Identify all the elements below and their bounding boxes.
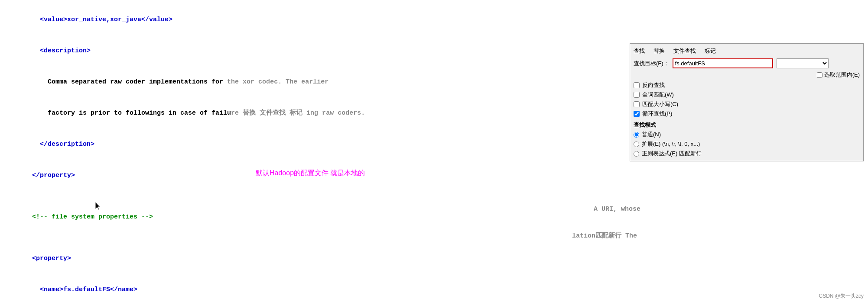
- main-content: <value>xor_native,xor_java</value> <desc…: [0, 0, 868, 302]
- checkbox-area: 反向查找 全词匹配(W) 匹配大小写(C) 循环查找(P): [634, 81, 860, 118]
- tab-find[interactable]: 查找: [634, 47, 645, 55]
- radio-extended-label: 扩展(E) (\n, \r, \t, 0, x...): [642, 140, 700, 148]
- annotation-label: 默认Hadoop的配置文件 就是本地的: [256, 169, 365, 178]
- radio-normal: 普通(N): [634, 131, 860, 138]
- code-line-7: [9, 191, 859, 202]
- desc-line3-strikethrough: the xor codec. The earlier: [227, 78, 328, 86]
- find-mode-label: 查找模式: [634, 121, 860, 129]
- tag-property-open: <property>: [32, 255, 71, 262]
- tab-file-find[interactable]: 文件查找: [673, 47, 696, 55]
- desc-line4-strikethrough: re 替换 文件查找 标记 ing raw coders.: [231, 109, 365, 117]
- range-checkbox[interactable]: [817, 72, 822, 78]
- range-checkbox-label: 选取范围内(E): [824, 71, 860, 79]
- radio-extended: 扩展(E) (\n, \r, \t, 0, x...): [634, 140, 860, 148]
- checkbox-reverse-label: 反向查找: [642, 81, 665, 89]
- desc-line4-main: factory is prior to followings in case o…: [32, 109, 231, 117]
- checkbox-loop-input[interactable]: [634, 111, 640, 117]
- code-line-11: <name>fs.defaultFS</name>: [9, 274, 859, 302]
- radio-normal-input[interactable]: [634, 132, 639, 138]
- overlay-text-2: lation匹配新行 The: [572, 231, 637, 240]
- checkbox-whole-word-label: 全词匹配(W): [642, 91, 674, 99]
- checkbox-loop-label: 循环查找(P): [642, 110, 672, 118]
- overlay-text-1: A URI, whose: [594, 206, 640, 213]
- checkbox-match-case-label: 匹配大小写(C): [642, 100, 678, 108]
- find-panel-header: 查找 替换 文件查找 标记: [634, 47, 860, 55]
- tag-name-close: </name>: [110, 286, 137, 293]
- find-input[interactable]: [675, 60, 770, 67]
- checkbox-loop: 循环查找(P): [634, 110, 860, 118]
- find-mode-section: 查找模式 普通(N) 扩展(E) (\n, \r, \t, 0, x...) 正…: [634, 121, 860, 157]
- code-line-9: [9, 233, 859, 243]
- tag-description-close: </description>: [32, 141, 94, 148]
- checkbox-reverse: 反向查找: [634, 81, 860, 89]
- tab-mark[interactable]: 标记: [705, 47, 716, 55]
- find-label: 查找目标(F)：: [634, 60, 669, 67]
- radio-group: 普通(N) 扩展(E) (\n, \r, \t, 0, x...) 正则表达式(…: [634, 131, 860, 157]
- code-line-1: <value>xor_native,xor_java</value>: [9, 4, 859, 35]
- tag-name-open: <name>: [32, 286, 63, 293]
- radio-regex: 正则表达式(E) 匹配新行: [634, 150, 860, 157]
- name-content: fs.defaultFS: [63, 286, 110, 293]
- code-line-8: <!-- file system properties -->: [9, 202, 859, 233]
- radio-regex-label: 正则表达式(E) 匹配新行: [642, 150, 702, 157]
- checkbox-reverse-input[interactable]: [634, 82, 640, 88]
- comment-filesystem: <!-- file system properties -->: [32, 213, 153, 221]
- tab-replace[interactable]: 替换: [653, 47, 665, 55]
- range-checkbox-area: 选取范围内(E): [634, 71, 860, 79]
- watermark: CSDN @朱一头zcy: [819, 292, 864, 300]
- range-checkbox-row: 选取范围内(E): [817, 71, 860, 79]
- find-replace-panel: 查找 替换 文件查找 标记 查找目标(F)： 选取范围内(E): [630, 43, 864, 161]
- desc-line3-main: Comma separated raw coder implementation…: [32, 78, 227, 86]
- tag-open: <value>: [32, 16, 67, 23]
- code-line-6: </property>: [9, 160, 859, 191]
- find-row: 查找目标(F)：: [634, 58, 860, 68]
- checkbox-whole-word: 全词匹配(W): [634, 91, 860, 99]
- cursor-indicator: [94, 201, 101, 211]
- tag-property-close: </property>: [32, 172, 75, 179]
- tag-close: </value>: [141, 16, 172, 23]
- radio-extended-input[interactable]: [634, 141, 639, 147]
- tag-description-open: <description>: [32, 47, 91, 55]
- value-content: xor_native,xor_java: [67, 16, 141, 23]
- checkbox-match-case-input[interactable]: [634, 101, 640, 107]
- radio-regex-input[interactable]: [634, 151, 639, 157]
- find-input-wrapper: [673, 58, 773, 68]
- find-dropdown[interactable]: [777, 58, 829, 68]
- code-line-10: <property>: [9, 243, 859, 274]
- radio-normal-label: 普通(N): [642, 131, 661, 138]
- checkbox-match-case: 匹配大小写(C): [634, 100, 860, 108]
- checkbox-whole-word-input[interactable]: [634, 92, 640, 98]
